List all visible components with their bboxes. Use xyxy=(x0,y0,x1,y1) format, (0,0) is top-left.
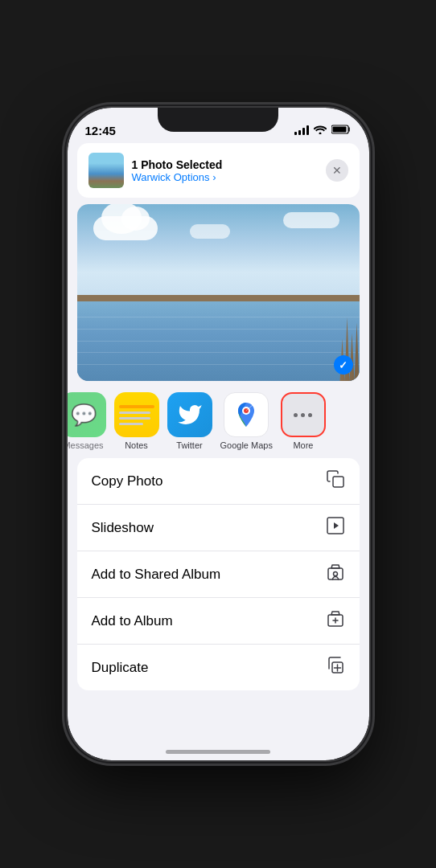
wifi-icon xyxy=(314,125,327,137)
messages-icon: 💬 xyxy=(68,392,106,437)
app-item-more[interactable]: More xyxy=(281,392,326,450)
app-label-messages: Messages xyxy=(68,440,104,450)
add-album-icon xyxy=(326,609,345,633)
share-subtitle: Warwick Options › xyxy=(132,171,318,183)
water-lines xyxy=(77,301,360,381)
more-dot-1 xyxy=(294,413,298,417)
status-time: 12:45 xyxy=(85,124,116,137)
status-icons xyxy=(294,125,352,137)
app-label-googlemaps: Google Maps xyxy=(220,440,273,450)
signal-bars-icon xyxy=(294,125,309,135)
photo-scene xyxy=(77,204,360,381)
main-photo: ✓ xyxy=(77,204,360,381)
menu-item-slideshow-label: Slideshow xyxy=(92,520,154,536)
notes-line-2 xyxy=(119,411,151,414)
menu-item-add-album[interactable]: Add to Album xyxy=(77,598,360,645)
sky xyxy=(77,204,360,301)
app-label-notes: Notes xyxy=(125,440,148,450)
svg-rect-5 xyxy=(333,477,343,487)
share-apps-row: 💬 Messages Notes xyxy=(68,381,369,458)
notes-lines xyxy=(114,399,159,432)
menu-item-add-shared-album[interactable]: Add to Shared Album xyxy=(77,551,360,598)
app-item-notes[interactable]: Notes xyxy=(114,392,159,450)
menu-item-add-album-label: Add to Album xyxy=(92,613,173,629)
close-icon: ✕ xyxy=(332,164,342,177)
phone-frame: 12:45 xyxy=(68,108,369,760)
more-dots xyxy=(294,413,312,417)
menu-item-duplicate-label: Duplicate xyxy=(92,660,149,676)
menu-item-duplicate[interactable]: Duplicate xyxy=(77,645,360,690)
svg-marker-7 xyxy=(334,522,339,529)
sheet-container: 12:45 xyxy=(68,108,369,760)
svg-rect-1 xyxy=(332,126,346,132)
add-shared-album-icon xyxy=(326,563,345,586)
app-item-twitter[interactable]: Twitter xyxy=(167,392,212,450)
share-header: 1 Photo Selected Warwick Options › ✕ xyxy=(77,143,360,198)
menu-item-add-shared-album-label: Add to Shared Album xyxy=(92,567,221,583)
share-thumbnail xyxy=(88,153,124,188)
more-dot-2 xyxy=(301,413,305,417)
app-label-twitter: Twitter xyxy=(176,440,202,450)
duplicate-icon xyxy=(326,656,345,679)
battery-icon xyxy=(331,125,352,137)
slideshow-icon xyxy=(326,516,345,539)
notes-line-1 xyxy=(119,405,154,408)
menu-item-copy-photo[interactable]: Copy Photo xyxy=(77,458,360,505)
app-label-more: More xyxy=(293,440,313,450)
signal-bar-2 xyxy=(298,130,301,135)
menu-item-slideshow[interactable]: Slideshow xyxy=(77,505,360,551)
action-menu-list: Copy Photo Slideshow A xyxy=(77,458,360,690)
share-header-text: 1 Photo Selected Warwick Options › xyxy=(132,158,318,183)
notes-line-3 xyxy=(119,417,151,420)
water xyxy=(77,301,360,381)
notch xyxy=(158,108,278,132)
signal-bar-1 xyxy=(294,132,297,135)
share-options-link[interactable]: Options xyxy=(174,171,210,183)
more-icon xyxy=(281,392,326,437)
photo-selected-badge: ✓ xyxy=(334,355,353,375)
cloud-1 xyxy=(93,216,158,240)
twitter-icon xyxy=(167,392,212,437)
notes-icon xyxy=(114,392,159,437)
app-item-messages[interactable]: 💬 Messages xyxy=(68,392,106,450)
cloud-3 xyxy=(283,212,339,228)
svg-point-9 xyxy=(333,572,337,576)
notes-line-4 xyxy=(119,423,144,425)
share-album-name: Warwick xyxy=(132,171,171,183)
googlemaps-icon xyxy=(224,392,269,437)
more-dot-3 xyxy=(308,413,312,417)
share-title: 1 Photo Selected xyxy=(132,158,318,171)
copy-photo-icon xyxy=(326,469,345,493)
menu-item-copy-photo-label: Copy Photo xyxy=(92,473,163,489)
home-indicator xyxy=(166,750,270,754)
app-item-googlemaps[interactable]: Google Maps xyxy=(220,392,273,450)
svg-rect-8 xyxy=(328,568,343,579)
cloud-2 xyxy=(190,224,230,239)
signal-bar-4 xyxy=(306,125,309,135)
share-close-button[interactable]: ✕ xyxy=(326,159,348,182)
signal-bar-3 xyxy=(302,128,305,135)
